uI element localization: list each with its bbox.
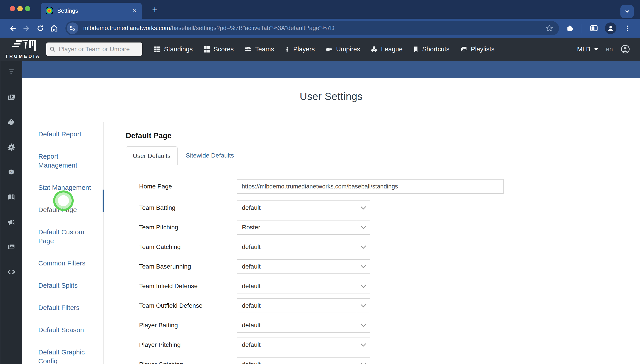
nav-item-scores[interactable]: Scores [203,46,234,53]
nav-item-shortcuts[interactable]: Shortcuts [413,46,450,53]
docs-book-icon[interactable] [6,192,16,202]
form-row-player-pitching: Player Pitching default [126,338,504,352]
form-row-team-baserunning: Team Baserunning default [126,259,504,274]
window-zoom-button[interactable] [25,6,30,11]
menu-item-default-graphic-config[interactable]: Default Graphic Config [38,348,94,364]
form-row-team-infield-defense: Team Infield Defense default [126,279,504,294]
tab-user-defaults[interactable]: User Defaults [126,146,178,165]
players-person-icon [284,46,290,53]
nav-item-playlists[interactable]: Playlists [460,46,494,53]
app-nav-right: MLB en [577,44,640,54]
bookmark-star-icon[interactable] [545,24,554,32]
chevron-down-icon [357,279,370,293]
player-pitching-select[interactable]: default [237,338,370,352]
trumedia-mark-icon [10,40,36,53]
nav-item-players[interactable]: Players [284,46,315,53]
help-icon[interactable]: ? [6,167,16,177]
filter-icon[interactable] [6,67,16,76]
team-catching-select[interactable]: default [237,240,370,254]
menu-divider [104,122,104,364]
browser-menu-button[interactable] [620,21,634,35]
app-navbar: TRUMEDIA Standings Scores [0,38,640,61]
chevron-down-icon [357,299,370,312]
home-icon [50,24,58,32]
search-input[interactable] [58,46,139,53]
code-icon[interactable] [6,267,16,277]
window-minimize-button[interactable] [17,6,23,11]
url-text[interactable]: mlbdemo.trumedianetworks.com/baseball/se… [83,25,334,32]
page-title: User Settings [22,78,640,102]
active-menu-indicator [102,190,104,212]
global-search[interactable] [46,42,143,56]
reload-button[interactable] [34,21,47,35]
announcements-megaphone-icon[interactable] [6,218,16,227]
form-row-team-outfield-defense: Team Outfield Defense default [126,298,504,313]
page-header-band [22,61,640,78]
extensions-puzzle-icon [566,24,574,32]
section-heading: Default Page [126,131,172,140]
tab-close-icon[interactable]: × [132,7,137,14]
tab-sitewide-defaults[interactable]: Sitewide Defaults [186,146,234,165]
form-row-home-page: Home Page [126,179,504,194]
address-bar[interactable]: mlbdemo.trumedianetworks.com/baseball/se… [66,21,559,36]
menu-item-default-season[interactable]: Default Season [38,326,94,334]
menu-item-default-filters[interactable]: Default Filters [38,303,94,312]
league-selector[interactable]: MLB [577,46,598,53]
user-account-icon[interactable] [620,44,630,54]
tab-search-button[interactable] [620,5,634,18]
form-row-team-batting: Team Batting default [126,200,504,215]
chevron-down-icon [624,8,630,15]
side-panel-button[interactable] [587,21,601,35]
trumedia-logo[interactable]: TRUMEDIA [0,40,46,59]
brand-text: TRUMEDIA [5,54,40,59]
chevron-down-icon [357,318,370,332]
extensions-button[interactable] [563,21,577,35]
form-row-team-catching: Team Catching default [126,240,504,254]
chevron-down-icon [357,220,370,234]
teams-people-icon [244,46,252,53]
forward-button[interactable] [20,21,34,35]
site-settings-button[interactable] [67,22,78,34]
chevron-down-icon [357,260,370,274]
home-page-input[interactable] [237,179,504,194]
menu-item-default-custom-page[interactable]: Default Custom Page [38,228,94,246]
nav-item-standings[interactable]: Standings [153,46,193,53]
scores-grid-icon [203,46,210,53]
nav-item-umpires[interactable]: Umpires [325,46,360,53]
back-button[interactable] [6,21,20,35]
nav-item-league[interactable]: League [370,46,402,53]
nav-item-teams[interactable]: Teams [244,46,274,53]
menu-item-default-splits[interactable]: Default Splits [38,281,94,290]
browser-toolbar: mlbdemo.trumedianetworks.com/baseball/se… [0,19,640,38]
tag-icon[interactable] [6,117,16,127]
chevron-down-icon [357,201,370,215]
svg-text:?: ? [10,170,12,174]
form-row-player-catching: Player Catching default [126,357,504,364]
team-pitching-select[interactable]: Roster [237,220,370,235]
browser-profile-avatar[interactable] [605,22,616,34]
form-row-player-batting: Player Batting default [126,318,504,333]
language-selector[interactable]: en [606,46,613,53]
team-batting-select[interactable]: default [237,200,370,215]
chevron-down-icon [357,240,370,254]
side-panel-icon [590,24,598,32]
team-outfield-defense-select[interactable]: default [237,298,370,313]
image-gallery-icon[interactable] [6,242,16,252]
home-button[interactable] [47,21,61,35]
menu-item-report-management[interactable]: Report Management [38,152,94,170]
video-playlist-icon[interactable] [6,92,16,102]
settings-menu: Default Report Report Management Stat Ma… [38,130,94,364]
standings-list-icon [153,46,161,53]
settings-gear-icon[interactable] [6,142,16,152]
team-baserunning-select[interactable]: default [237,259,370,274]
menu-item-default-report[interactable]: Default Report [38,130,94,138]
player-catching-select[interactable]: default [237,357,370,364]
new-tab-button[interactable]: + [148,3,162,16]
team-infield-defense-select[interactable]: default [237,279,370,294]
window-close-button[interactable] [10,6,15,11]
menu-item-common-filters[interactable]: Common Filters [38,259,94,268]
toolbar-divider [582,24,582,33]
player-batting-select[interactable]: default [237,318,370,333]
chevron-down-icon [357,338,370,352]
browser-tab[interactable]: Settings × [41,3,142,19]
